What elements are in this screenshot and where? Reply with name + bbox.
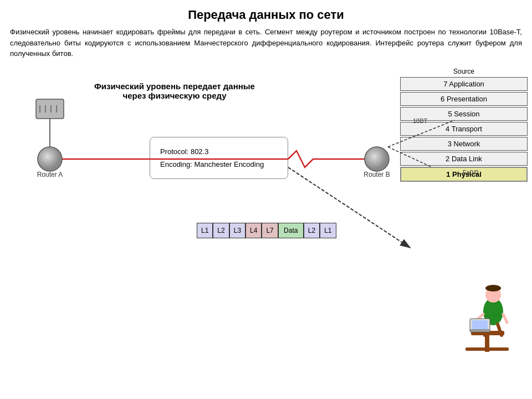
frame-cell-l1a: L1 (197, 223, 213, 238)
osi-layer-net: 3 Network (400, 137, 528, 151)
main-area: Физический уровень передает данные через… (0, 65, 532, 375)
protocol-line2: Encoding: Manchester Encoding (160, 158, 278, 171)
protocol-line1: Protocol: 802.3 (160, 145, 278, 158)
svg-rect-30 (472, 320, 488, 329)
frame-cell-data: Data (278, 223, 304, 238)
osi-layer-dl: 2 Data Link (400, 152, 528, 166)
svg-point-12 (38, 147, 62, 171)
svg-text:Router B: Router B (364, 171, 390, 178)
osi-layer-app: 7 Application (400, 77, 528, 91)
description-text: Физический уровень начинает кодировать ф… (10, 27, 522, 59)
frame-cell-l3: L3 (229, 223, 245, 238)
svg-rect-29 (470, 330, 490, 332)
osi-source-label: Source (400, 68, 528, 75)
osi-layer-phys: 1 Physical (400, 167, 528, 182)
frame-cell-l7: L7 (262, 223, 278, 238)
center-label-line2: через физическую среду (80, 91, 269, 100)
osi-layer-trans: 4 Transport (400, 122, 528, 136)
frame-cell-l2b: L2 (304, 223, 320, 238)
page-title: Передача данных по сети (0, 0, 532, 27)
osi-layer-pres: 6 Presentation (400, 92, 528, 106)
protocol-box: Protocol: 802.3 Encoding: Manchester Enc… (150, 137, 288, 180)
osi-stack: Source 7 Application 6 Presentation 5 Se… (400, 68, 528, 183)
center-label: Физический уровень передает данные через… (80, 81, 269, 100)
svg-rect-7 (36, 99, 64, 119)
frame-cell-l1b: L1 (320, 223, 336, 238)
svg-point-23 (485, 285, 501, 291)
svg-text:Router A: Router A (37, 171, 63, 178)
svg-point-14 (365, 147, 389, 171)
osi-layer-sess: 5 Session (400, 107, 528, 121)
frame-cell-l2a: L2 (213, 223, 229, 238)
svg-rect-20 (466, 347, 509, 351)
data-frame: L1 L2 L3 L4 L7 Data L2 L1 (197, 223, 336, 238)
person-svg (454, 270, 521, 359)
center-label-line1: Физический уровень передает данные (80, 81, 269, 91)
frame-cell-l4: L4 (245, 223, 262, 238)
svg-line-25 (503, 314, 507, 323)
